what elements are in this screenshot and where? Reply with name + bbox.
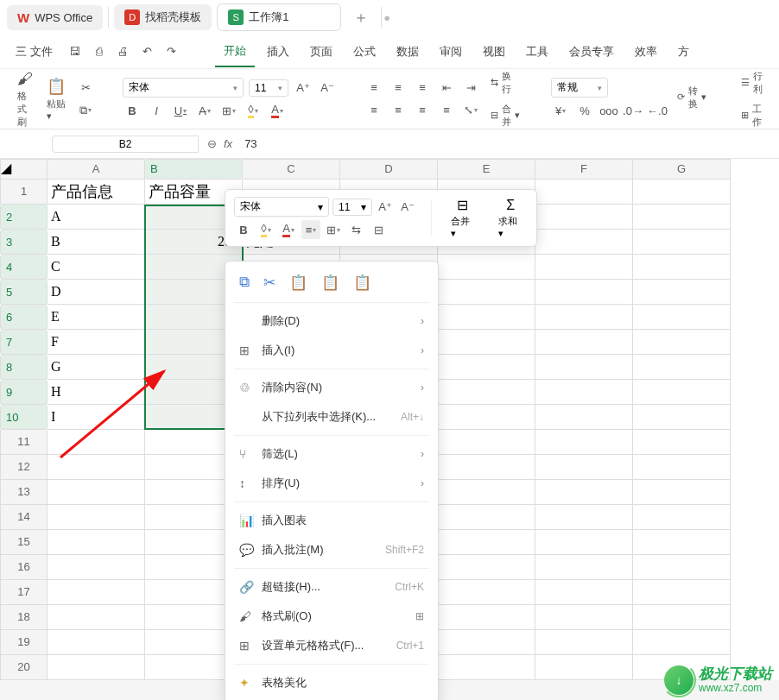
name-box[interactable]: B2 xyxy=(52,136,199,153)
ctx-delete[interactable]: 删除(D)› xyxy=(225,306,438,336)
col-header[interactable]: D xyxy=(340,159,438,180)
cell[interactable] xyxy=(633,230,731,255)
row-header[interactable]: 4 xyxy=(0,255,48,280)
cell[interactable]: F xyxy=(48,330,145,355)
undo-icon[interactable]: ↶ xyxy=(137,45,158,58)
close-icon[interactable]: ● xyxy=(383,11,390,24)
row-header[interactable]: 13 xyxy=(0,480,48,505)
row-header[interactable]: 6 xyxy=(0,305,48,330)
brush-more-icon[interactable]: ⊞ xyxy=(415,610,424,622)
mini-size-select[interactable]: 11▾ xyxy=(332,199,372,216)
cell[interactable] xyxy=(48,530,145,555)
col-header[interactable]: B xyxy=(145,159,243,180)
fill-color-button[interactable]: ◊▾ xyxy=(244,101,263,120)
cell[interactable] xyxy=(535,355,633,380)
menu-tools[interactable]: 工具 xyxy=(517,37,557,66)
paste-button[interactable]: 📋粘贴 ▾ xyxy=(43,75,69,123)
cell[interactable] xyxy=(633,555,731,580)
ctx-chart[interactable]: 📊插入图表 xyxy=(225,506,438,535)
tab-office[interactable]: WWPS Office xyxy=(7,5,103,30)
col-header[interactable]: F xyxy=(535,159,633,180)
halign-right[interactable]: ≡ xyxy=(413,101,432,120)
cell[interactable] xyxy=(438,305,535,330)
cell[interactable] xyxy=(535,580,633,605)
cell[interactable] xyxy=(438,605,535,630)
menu-insert[interactable]: 插入 xyxy=(258,37,298,66)
cell[interactable] xyxy=(633,380,731,405)
fx-icon[interactable]: fx xyxy=(224,137,232,150)
cell[interactable]: E xyxy=(48,305,145,330)
tab-workbook[interactable]: S工作簿1● xyxy=(217,3,341,31)
ctx-paste-text-icon[interactable]: 📋 xyxy=(321,274,339,292)
row-header[interactable]: 1 xyxy=(0,180,48,205)
ctx-paste-icon[interactable]: 📋 xyxy=(289,274,307,292)
row-header[interactable]: 17 xyxy=(0,580,48,605)
cell[interactable] xyxy=(535,480,633,505)
cell[interactable] xyxy=(633,630,731,655)
cut-button[interactable]: ✂ xyxy=(76,79,95,98)
row-header[interactable]: 7 xyxy=(0,330,48,355)
row-header[interactable]: 10 xyxy=(0,405,48,430)
cell[interactable] xyxy=(48,555,145,580)
cell[interactable] xyxy=(438,255,535,280)
cell[interactable] xyxy=(535,455,633,480)
menu-view[interactable]: 视图 xyxy=(474,37,514,66)
cell[interactable] xyxy=(633,580,731,605)
thousand-button[interactable]: ooo xyxy=(599,101,618,120)
indent-dec[interactable]: ⇤ xyxy=(437,79,456,98)
ctx-comment[interactable]: 💬插入批注(M)Shift+F2 xyxy=(225,535,438,564)
cell[interactable] xyxy=(438,580,535,605)
bold-button[interactable]: B xyxy=(123,101,142,120)
menu-page[interactable]: 页面 xyxy=(301,37,341,66)
mini-font-select[interactable]: 宋体▾ xyxy=(234,197,329,217)
menu-formula[interactable]: 公式 xyxy=(345,37,384,66)
cell[interactable] xyxy=(535,280,633,305)
cell[interactable]: D xyxy=(48,280,145,305)
ctx-link[interactable]: 🔗超链接(H)...Ctrl+K xyxy=(225,572,438,602)
row-header[interactable]: 2 xyxy=(0,205,48,230)
cell[interactable] xyxy=(633,605,731,630)
col-header[interactable]: C xyxy=(243,159,340,180)
cell[interactable] xyxy=(535,180,633,205)
cell[interactable] xyxy=(535,205,633,230)
cell[interactable] xyxy=(48,480,145,505)
ctx-cut-icon[interactable]: ✂ xyxy=(263,274,276,292)
italic-button[interactable]: I xyxy=(147,101,166,120)
ctx-format-cells[interactable]: ⊞设置单元格格式(F)...Ctrl+1 xyxy=(225,631,438,660)
row-header[interactable]: 19 xyxy=(0,630,48,655)
number-format-select[interactable]: 常规▾ xyxy=(551,78,608,98)
cell[interactable]: B xyxy=(48,230,145,255)
row-header[interactable]: 15 xyxy=(0,530,48,555)
cell[interactable] xyxy=(438,655,535,680)
cell[interactable] xyxy=(438,280,535,305)
mini-font-shrink[interactable]: A⁻ xyxy=(398,198,417,217)
convert-button[interactable]: ⟳ 转换 ▾ xyxy=(674,83,710,112)
cell[interactable] xyxy=(633,530,731,555)
cancel-icon[interactable]: ⊖ xyxy=(207,137,217,150)
cell[interactable] xyxy=(438,480,535,505)
cell[interactable] xyxy=(633,405,731,430)
redo-icon[interactable]: ↷ xyxy=(162,45,182,58)
strikethrough-button[interactable]: A̶▾ xyxy=(195,101,214,120)
select-all-corner[interactable]: ◢ xyxy=(0,159,48,180)
cell[interactable] xyxy=(535,380,633,405)
cell[interactable] xyxy=(535,555,633,580)
tab-template[interactable]: D找稻壳模板 xyxy=(114,4,212,30)
new-tab-button[interactable]: ＋ xyxy=(346,7,376,28)
mini-wrap[interactable]: ⇆ xyxy=(346,220,365,239)
worksheet-button[interactable]: ⊞ 工作 xyxy=(738,101,766,130)
dec-inc-button[interactable]: .0→ xyxy=(624,101,643,120)
cell[interactable] xyxy=(633,430,731,455)
cell[interactable] xyxy=(535,430,633,455)
percent-button[interactable]: % xyxy=(575,101,594,120)
cell[interactable]: 产品信息 xyxy=(48,180,145,205)
cell[interactable]: C xyxy=(48,255,145,280)
save-icon[interactable]: 🖫 xyxy=(65,45,86,58)
cell[interactable] xyxy=(438,505,535,530)
cell[interactable] xyxy=(438,355,535,380)
cell[interactable] xyxy=(633,255,731,280)
mini-font-grow[interactable]: A⁺ xyxy=(376,198,395,217)
row-header[interactable]: 14 xyxy=(0,505,48,530)
col-header[interactable]: G xyxy=(633,159,731,180)
cell[interactable] xyxy=(535,530,633,555)
